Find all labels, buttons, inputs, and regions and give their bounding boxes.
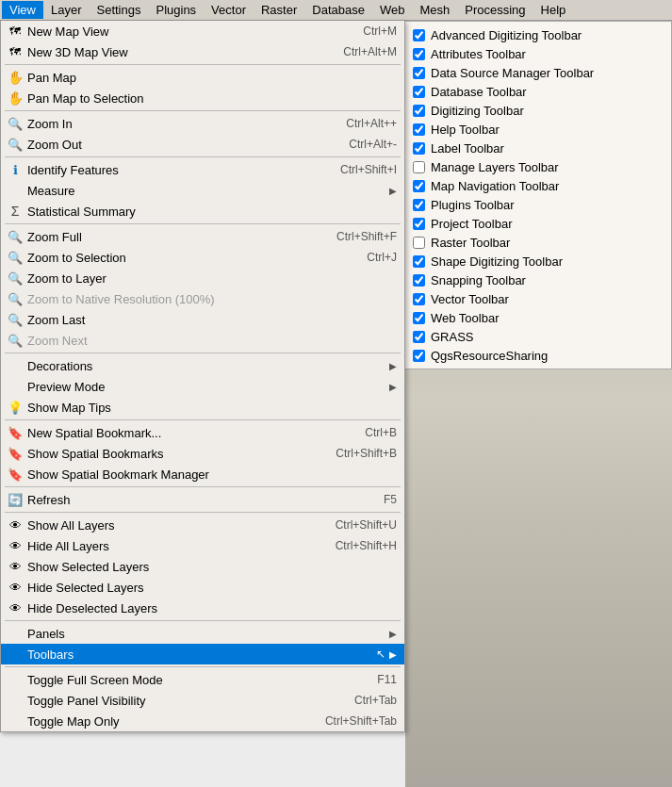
toolbar-checkbox-manage-layers[interactable] bbox=[413, 161, 425, 173]
toolbar-checkbox-advanced-digitizing[interactable] bbox=[413, 29, 425, 41]
toolbar-submenu-item-grass[interactable]: GRASS bbox=[405, 327, 671, 346]
zoom-native-icon: 🔍 bbox=[7, 290, 24, 307]
toolbar-checkbox-snapping[interactable] bbox=[413, 274, 425, 287]
menu-view[interactable]: View bbox=[2, 1, 43, 19]
menu-database[interactable]: Database bbox=[304, 1, 372, 19]
menu-item-map-tips[interactable]: 💡 Show Map Tips bbox=[1, 397, 404, 418]
view-menu: 🗺 New Map View Ctrl+M 🗺 New 3D Map View … bbox=[0, 21, 405, 732]
menu-layer[interactable]: Layer bbox=[43, 1, 90, 19]
new-3d-map-view-icon: 🗺 bbox=[7, 43, 24, 60]
toolbars-icon bbox=[7, 646, 24, 663]
menu-mesh[interactable]: Mesh bbox=[412, 1, 457, 19]
menu-item-new-3d-map-view[interactable]: 🗺 New 3D Map View Ctrl+Alt+M bbox=[1, 41, 404, 62]
menu-item-pan-map-selection[interactable]: ✋ Pan Map to Selection bbox=[1, 88, 404, 108]
toolbar-submenu-item-raster[interactable]: Raster Toolbar bbox=[405, 233, 671, 252]
toolbar-checkbox-label[interactable] bbox=[413, 142, 425, 155]
toolbar-checkbox-digitizing[interactable] bbox=[413, 105, 425, 117]
separator-3 bbox=[5, 156, 401, 157]
toolbar-submenu-item-database[interactable]: Database Toolbar bbox=[405, 82, 671, 101]
menu-item-refresh[interactable]: 🔄 Refresh F5 bbox=[1, 489, 404, 510]
toolbar-label-grass: GRASS bbox=[431, 330, 474, 344]
menu-item-hide-deselected-layers[interactable]: 👁 Hide Deselected Layers bbox=[1, 598, 404, 618]
toolbar-submenu-item-shape-digitizing[interactable]: Shape Digitizing Toolbar bbox=[405, 252, 671, 271]
menu-item-statistical-summary[interactable]: Σ Statistical Summary bbox=[1, 201, 404, 221]
menu-item-zoom-full[interactable]: 🔍 Zoom Full Ctrl+Shift+F bbox=[1, 226, 404, 247]
map-tips-icon: 💡 bbox=[7, 399, 24, 416]
toolbar-submenu-item-advanced-digitizing[interactable]: Advanced Digitizing Toolbar bbox=[405, 25, 671, 44]
toolbar-submenu-item-web[interactable]: Web Toolbar bbox=[405, 308, 671, 327]
toolbar-checkbox-data-source-manager[interactable] bbox=[413, 67, 425, 79]
toolbar-checkbox-help[interactable] bbox=[413, 123, 425, 136]
menu-item-hide-all-layers[interactable]: 👁 Hide All Layers Ctrl+Shift+H bbox=[1, 535, 404, 556]
menu-item-pan-map[interactable]: ✋ Pan Map bbox=[1, 67, 404, 88]
menu-item-preview-mode[interactable]: Preview Mode ▶ bbox=[1, 376, 404, 397]
menu-item-panels[interactable]: Panels ▶ bbox=[1, 623, 404, 644]
toolbar-label-vector: Vector Toolbar bbox=[431, 292, 509, 306]
toolbar-submenu-item-project[interactable]: Project Toolbar bbox=[405, 214, 671, 233]
separator-5 bbox=[5, 353, 401, 353]
menu-item-new-spatial-bookmark[interactable]: 🔖 New Spatial Bookmark... Ctrl+B bbox=[1, 422, 404, 443]
toolbar-label-help: Help Toolbar bbox=[431, 123, 500, 137]
toolbar-submenu-item-vector[interactable]: Vector Toolbar bbox=[405, 289, 671, 308]
menu-item-zoom-in[interactable]: 🔍 Zoom In Ctrl+Alt++ bbox=[1, 113, 404, 134]
toolbar-checkbox-raster[interactable] bbox=[413, 237, 425, 249]
menu-raster[interactable]: Raster bbox=[254, 1, 304, 19]
menu-item-show-all-layers[interactable]: 👁 Show All Layers Ctrl+Shift+U bbox=[1, 515, 404, 535]
toolbar-label-manage-layers: Manage Layers Toolbar bbox=[431, 160, 559, 174]
separator-8 bbox=[5, 512, 401, 513]
toolbar-submenu-item-label[interactable]: Label Toolbar bbox=[405, 139, 671, 157]
toolbar-submenu-item-manage-layers[interactable]: Manage Layers Toolbar bbox=[405, 157, 671, 176]
zoom-in-icon: 🔍 bbox=[7, 115, 24, 132]
menu-item-toggle-panel-visibility[interactable]: Toggle Panel Visibility Ctrl+Tab bbox=[1, 690, 404, 711]
menu-item-zoom-layer[interactable]: 🔍 Zoom to Layer bbox=[1, 268, 404, 288]
toolbar-checkbox-map-navigation[interactable] bbox=[413, 180, 425, 192]
menu-processing[interactable]: Processing bbox=[457, 1, 533, 19]
toolbar-submenu-item-qgs-resource-sharing[interactable]: QgsResourceSharing bbox=[405, 346, 671, 365]
menu-item-measure[interactable]: Measure ▶ bbox=[1, 180, 404, 201]
toolbar-checkbox-grass[interactable] bbox=[413, 331, 425, 343]
menu-item-toggle-map-only[interactable]: Toggle Map Only Ctrl+Shift+Tab bbox=[1, 711, 404, 731]
menu-web[interactable]: Web bbox=[372, 1, 413, 19]
menu-item-show-spatial-bookmarks[interactable]: 🔖 Show Spatial Bookmarks Ctrl+Shift+B bbox=[1, 443, 404, 464]
toolbar-submenu-item-data-source-manager[interactable]: Data Source Manager Toolbar bbox=[405, 63, 671, 82]
toolbar-checkbox-plugins[interactable] bbox=[413, 199, 425, 211]
refresh-icon: 🔄 bbox=[7, 491, 24, 508]
menu-item-zoom-last[interactable]: 🔍 Zoom Last bbox=[1, 309, 404, 330]
zoom-layer-icon: 🔍 bbox=[7, 270, 24, 287]
menu-vector[interactable]: Vector bbox=[204, 1, 254, 19]
menu-item-show-spatial-bookmark-manager[interactable]: 🔖 Show Spatial Bookmark Manager bbox=[1, 464, 404, 484]
toolbars-submenu: Advanced Digitizing ToolbarAttributes To… bbox=[405, 21, 672, 369]
menu-item-toolbars[interactable]: Toolbars ↖ ▶ bbox=[1, 644, 404, 664]
menu-item-new-map-view[interactable]: 🗺 New Map View Ctrl+M bbox=[1, 21, 404, 41]
toolbar-checkbox-shape-digitizing[interactable] bbox=[413, 255, 425, 268]
menu-item-decorations[interactable]: Decorations ▶ bbox=[1, 355, 404, 376]
toolbar-submenu-item-digitizing[interactable]: Digitizing Toolbar bbox=[405, 101, 671, 120]
toolbar-checkbox-attributes[interactable] bbox=[413, 48, 425, 60]
menu-item-zoom-out[interactable]: 🔍 Zoom Out Ctrl+Alt+- bbox=[1, 134, 404, 155]
pan-map-icon: ✋ bbox=[7, 69, 24, 86]
menu-help[interactable]: Help bbox=[533, 1, 574, 19]
menu-item-toggle-full-screen[interactable]: Toggle Full Screen Mode F11 bbox=[1, 669, 404, 690]
toolbar-submenu-item-snapping[interactable]: Snapping Toolbar bbox=[405, 271, 671, 289]
toolbar-submenu-item-attributes[interactable]: Attributes Toolbar bbox=[405, 44, 671, 63]
separator-10 bbox=[5, 666, 401, 667]
menubar: View Layer Settings Plugins Vector Raste… bbox=[0, 0, 672, 21]
toolbar-checkbox-project[interactable] bbox=[413, 218, 425, 230]
statistical-summary-icon: Σ bbox=[7, 203, 24, 220]
menu-item-zoom-selection[interactable]: 🔍 Zoom to Selection Ctrl+J bbox=[1, 247, 404, 268]
menu-item-identify-features[interactable]: ℹ Identify Features Ctrl+Shift+I bbox=[1, 159, 404, 180]
toolbar-label-snapping: Snapping Toolbar bbox=[431, 273, 526, 287]
toolbar-checkbox-web[interactable] bbox=[413, 312, 425, 324]
menu-settings[interactable]: Settings bbox=[89, 1, 148, 19]
menu-plugins[interactable]: Plugins bbox=[148, 1, 204, 19]
toolbar-checkbox-vector[interactable] bbox=[413, 293, 425, 305]
menu-item-show-selected-layers[interactable]: 👁 Show Selected Layers bbox=[1, 556, 404, 577]
decorations-icon bbox=[7, 357, 24, 374]
toolbar-submenu-item-plugins[interactable]: Plugins Toolbar bbox=[405, 195, 671, 214]
zoom-next-icon: 🔍 bbox=[7, 332, 24, 349]
toolbar-submenu-item-help[interactable]: Help Toolbar bbox=[405, 120, 671, 139]
toolbar-checkbox-qgs-resource-sharing[interactable] bbox=[413, 350, 425, 362]
menu-item-hide-selected-layers[interactable]: 👁 Hide Selected Layers bbox=[1, 577, 404, 598]
toolbar-checkbox-database[interactable] bbox=[413, 86, 425, 98]
toolbar-submenu-item-map-navigation[interactable]: Map Navigation Toolbar bbox=[405, 176, 671, 195]
